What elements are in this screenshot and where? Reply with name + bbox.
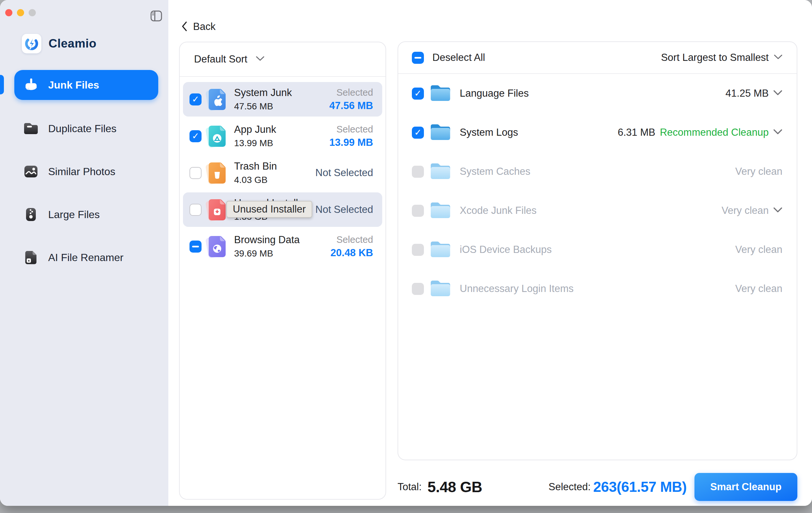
list-item-app-junk[interactable]: App Junk 13.99 MB Selected 13.99 MB bbox=[183, 119, 382, 153]
list-item-browsing-data[interactable]: Browsing Data 39.69 MB Selected 20.48 KB bbox=[183, 229, 382, 264]
installer-doc-icon bbox=[208, 199, 226, 221]
zoom-button[interactable] bbox=[29, 9, 36, 16]
detail-status: Very clean bbox=[722, 205, 769, 216]
minimize-button[interactable] bbox=[17, 9, 24, 16]
sidebar-item-similar-photos[interactable]: Similar Photos bbox=[14, 157, 158, 186]
deselect-all-checkbox[interactable] bbox=[412, 52, 424, 64]
detail-size: 6.31 MB bbox=[618, 127, 655, 138]
category-list: System Junk 47.56 MB Selected 47.56 MB bbox=[180, 77, 385, 264]
system-logs-checkbox[interactable] bbox=[412, 127, 424, 139]
item-name: System Junk bbox=[234, 87, 292, 99]
unused-installer-checkbox[interactable] bbox=[190, 204, 202, 216]
item-size: 39.69 MB bbox=[234, 248, 300, 259]
sidebar-toggle-button[interactable] bbox=[150, 10, 163, 22]
system-caches-checkbox bbox=[412, 166, 424, 178]
appstore-doc-icon bbox=[208, 125, 226, 147]
item-size: 13.99 MB bbox=[234, 138, 276, 148]
item-size: 4.03 GB bbox=[234, 175, 277, 185]
smart-cleanup-button[interactable]: Smart Cleanup bbox=[694, 473, 798, 501]
item-status: Selected bbox=[329, 124, 373, 135]
item-size: 47.56 MB bbox=[234, 101, 292, 112]
back-label: Back bbox=[193, 21, 215, 33]
app-junk-checkbox[interactable] bbox=[190, 130, 202, 142]
window-controls bbox=[5, 9, 36, 16]
detail-name: Xcode Junk Files bbox=[460, 205, 536, 216]
summary-bar: Total: 5.48 GB Selected: 263(61.57 MB) S… bbox=[398, 472, 798, 502]
language-files-checkbox[interactable] bbox=[412, 88, 424, 100]
chevron-down-icon bbox=[773, 129, 782, 136]
detail-row-unnecessary-login-items[interactable]: Unnecessary Login Items Very clean bbox=[398, 269, 797, 308]
sidebar-item-label: Duplicate Files bbox=[48, 123, 117, 135]
item-selected-size: 47.56 MB bbox=[329, 100, 373, 112]
system-junk-checkbox[interactable] bbox=[190, 93, 202, 105]
detail-row-language-files[interactable]: Language Files 41.25 MB bbox=[398, 74, 797, 113]
item-status: Selected bbox=[329, 87, 373, 98]
selected-label: Selected: bbox=[549, 481, 590, 493]
detail-name: System Logs bbox=[460, 127, 518, 138]
chevron-left-icon bbox=[181, 21, 187, 33]
junk-details-panel: Deselect All Sort Largest to Smallest bbox=[398, 41, 798, 460]
duplicate-folder-icon bbox=[24, 121, 38, 136]
item-name: Trash Bin bbox=[234, 160, 277, 172]
detail-row-xcode-junk-files[interactable]: Xcode Junk Files Very clean bbox=[398, 191, 797, 230]
folder-icon bbox=[430, 241, 451, 259]
default-sort-label: Default Sort bbox=[194, 53, 248, 65]
list-item-system-junk[interactable]: System Junk 47.56 MB Selected 47.56 MB bbox=[183, 82, 382, 117]
detail-size: 41.25 MB bbox=[725, 88, 769, 99]
junk-categories-panel: Default Sort bbox=[179, 42, 386, 500]
close-button[interactable] bbox=[5, 9, 12, 16]
sidebar-item-duplicate-files[interactable]: Duplicate Files bbox=[14, 114, 158, 144]
tooltip: Unused Installer bbox=[226, 201, 312, 218]
detail-status: Very clean bbox=[735, 244, 782, 255]
total-value: 5.48 GB bbox=[428, 478, 482, 496]
detail-name: System Caches bbox=[460, 166, 530, 177]
sidebar: Cleamio Junk Files bbox=[0, 0, 168, 506]
default-sort-dropdown[interactable]: Default Sort bbox=[180, 42, 385, 76]
trash-bin-checkbox[interactable] bbox=[190, 167, 202, 179]
screen: Cleamio Junk Files bbox=[0, 0, 812, 513]
sidebar-item-label: AI File Renamer bbox=[48, 252, 123, 264]
folder-icon bbox=[430, 123, 451, 142]
browsing-data-checkbox[interactable] bbox=[190, 241, 202, 252]
item-status: Not Selected bbox=[316, 204, 373, 215]
sort-label: Sort Largest to Smallest bbox=[661, 52, 769, 63]
chevron-down-icon bbox=[773, 90, 782, 97]
sidebar-item-junk-files[interactable]: Junk Files bbox=[14, 70, 158, 100]
sidebar-item-label: Similar Photos bbox=[48, 166, 115, 178]
list-item-trash-bin[interactable]: Trash Bin 4.03 GB Not Selected bbox=[183, 156, 382, 190]
folder-icon bbox=[430, 162, 451, 181]
app-logo-row: Cleamio bbox=[22, 34, 96, 53]
detail-row-ios-device-backups[interactable]: iOS Device Backups Very clean bbox=[398, 230, 797, 269]
sidebar-item-large-files[interactable]: Large Files bbox=[14, 200, 158, 230]
detail-row-system-logs[interactable]: System Logs 6.31 MB Recommended Cleanup bbox=[398, 113, 797, 152]
xcode-junk-checkbox bbox=[412, 205, 424, 217]
folder-icon bbox=[430, 202, 451, 220]
detail-name: iOS Device Backups bbox=[460, 244, 552, 255]
sidebar-toggle-icon bbox=[150, 18, 163, 23]
item-status: Not Selected bbox=[316, 167, 373, 179]
trash-doc-icon bbox=[208, 162, 226, 184]
deselect-all-label: Deselect All bbox=[432, 52, 485, 63]
back-button[interactable]: Back bbox=[181, 21, 215, 33]
sort-dropdown[interactable]: Sort Largest to Smallest bbox=[661, 52, 782, 63]
zip-file-icon bbox=[24, 207, 38, 222]
chevron-down-icon bbox=[774, 54, 782, 61]
item-status: Selected bbox=[330, 234, 373, 245]
sidebar-item-label: Large Files bbox=[48, 209, 99, 221]
app-window: Cleamio Junk Files bbox=[0, 0, 812, 506]
main-content: Back Default Sort bbox=[168, 0, 812, 506]
broom-icon bbox=[24, 78, 38, 92]
item-selected-size: 20.48 KB bbox=[330, 247, 373, 259]
app-logo-icon bbox=[22, 34, 41, 53]
detail-name: Language Files bbox=[460, 88, 529, 99]
item-name: Browsing Data bbox=[234, 234, 300, 246]
detail-row-system-caches[interactable]: System Caches Very clean bbox=[398, 152, 797, 191]
selected-value: 263(61.57 MB) bbox=[593, 479, 687, 495]
recommended-cleanup-label: Recommended Cleanup bbox=[660, 127, 769, 138]
details-header: Deselect All Sort Largest to Smallest bbox=[398, 42, 797, 73]
item-name: App Junk bbox=[234, 124, 276, 135]
detail-status: Very clean bbox=[735, 166, 782, 177]
apple-doc-icon bbox=[208, 88, 226, 110]
sidebar-item-ai-file-renamer[interactable]: AI File Renamer bbox=[14, 242, 158, 272]
detail-status: Very clean bbox=[735, 283, 782, 295]
